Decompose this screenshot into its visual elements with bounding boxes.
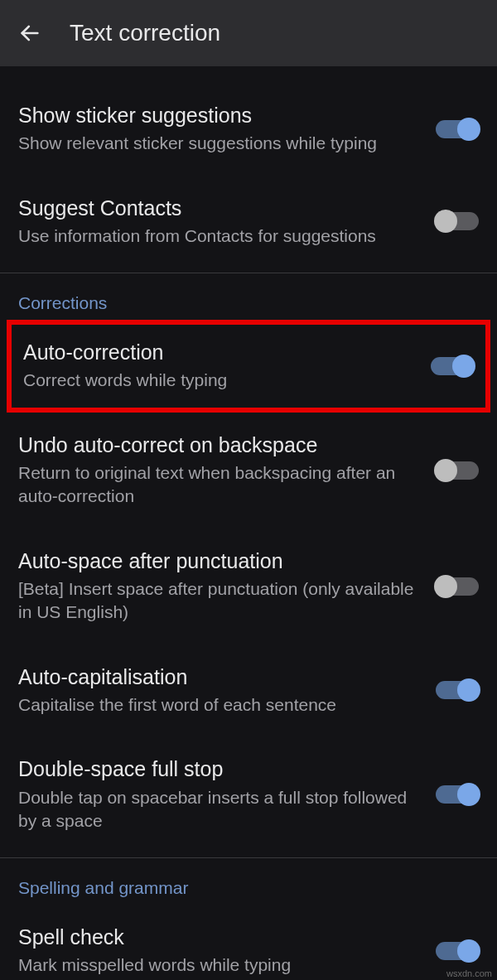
setting-text: Auto-capitalisation Capitalise the first…: [18, 664, 436, 717]
setting-title: Auto-space after punctuation: [18, 548, 419, 574]
toggle-thumb: [457, 678, 480, 702]
setting-double-space-full-stop[interactable]: Double-space full stop Double tap on spa…: [0, 736, 497, 852]
toggle-thumb: [457, 783, 480, 806]
app-bar: Text correction: [0, 0, 497, 66]
toggle-auto-space[interactable]: [436, 577, 479, 596]
settings-list: Show sticker suggestions Show relevant s…: [0, 66, 497, 980]
toggle-sticker-suggestions[interactable]: [436, 120, 479, 138]
setting-undo-auto-correct[interactable]: Undo auto-correct on backspace Return to…: [0, 413, 497, 529]
setting-subtitle: Use information from Contacts for sugges…: [18, 224, 419, 248]
setting-auto-correction[interactable]: Auto-correction Correct words while typi…: [12, 325, 485, 408]
section-spelling-grammar: Spelling and grammar: [0, 858, 497, 905]
setting-text: Spell check Mark misspelled words while …: [18, 924, 436, 978]
setting-text: Show sticker suggestions Show relevant s…: [18, 103, 436, 156]
highlight-auto-correction: Auto-correction Correct words while typi…: [7, 320, 490, 413]
setting-text: Auto-correction Correct words while typi…: [23, 340, 431, 393]
toggle-double-space-full-stop[interactable]: [436, 785, 479, 804]
toggle-thumb: [452, 355, 475, 378]
setting-subtitle: Show relevant sticker suggestions while …: [18, 132, 419, 155]
toggle-thumb: [434, 459, 457, 482]
setting-title: Auto-correction: [23, 340, 414, 365]
toggle-thumb: [457, 118, 480, 141]
setting-text: Undo auto-correct on backspace Return to…: [18, 432, 436, 509]
toggle-auto-capitalisation[interactable]: [436, 681, 479, 699]
setting-subtitle: Return to original text when backspacing…: [18, 461, 419, 509]
setting-title: Spell check: [18, 924, 419, 950]
setting-subtitle: [Beta] Insert space after punctuation (o…: [18, 577, 419, 625]
toggle-auto-correction[interactable]: [431, 357, 474, 375]
toggle-thumb: [434, 575, 457, 598]
setting-subtitle: Correct words while typing: [23, 369, 414, 392]
setting-subtitle: Mark misspelled words while typing: [18, 953, 419, 977]
toggle-spell-check[interactable]: [436, 942, 479, 960]
setting-text: Auto-space after punctuation [Beta] Inse…: [18, 548, 436, 625]
setting-subtitle: Capitalise the first word of each senten…: [18, 693, 419, 717]
watermark: wsxdn.com: [446, 968, 492, 978]
setting-title: Undo auto-correct on backspace: [18, 432, 419, 458]
setting-auto-capitalisation[interactable]: Auto-capitalisation Capitalise the first…: [0, 644, 497, 737]
setting-title: Auto-capitalisation: [18, 664, 419, 690]
toggle-undo-auto-correct[interactable]: [436, 461, 479, 480]
setting-text: Suggest Contacts Use information from Co…: [18, 196, 436, 249]
section-corrections: Corrections: [0, 273, 497, 320]
setting-sticker-suggestions[interactable]: Show sticker suggestions Show relevant s…: [0, 83, 497, 176]
setting-title: Show sticker suggestions: [18, 103, 419, 128]
page-title: Text correction: [70, 20, 220, 46]
setting-title: Double-space full stop: [18, 756, 419, 782]
setting-title: Suggest Contacts: [18, 196, 419, 221]
back-button[interactable]: [13, 17, 46, 50]
setting-spell-check[interactable]: Spell check Mark misspelled words while …: [0, 905, 497, 980]
toggle-suggest-contacts[interactable]: [436, 212, 479, 230]
setting-suggest-contacts[interactable]: Suggest Contacts Use information from Co…: [0, 176, 497, 268]
arrow-back-icon: [18, 22, 41, 45]
setting-text: Double-space full stop Double tap on spa…: [18, 756, 436, 833]
setting-auto-space[interactable]: Auto-space after punctuation [Beta] Inse…: [0, 529, 497, 644]
toggle-thumb: [457, 939, 480, 963]
setting-subtitle: Double tap on spacebar inserts a full st…: [18, 786, 419, 833]
